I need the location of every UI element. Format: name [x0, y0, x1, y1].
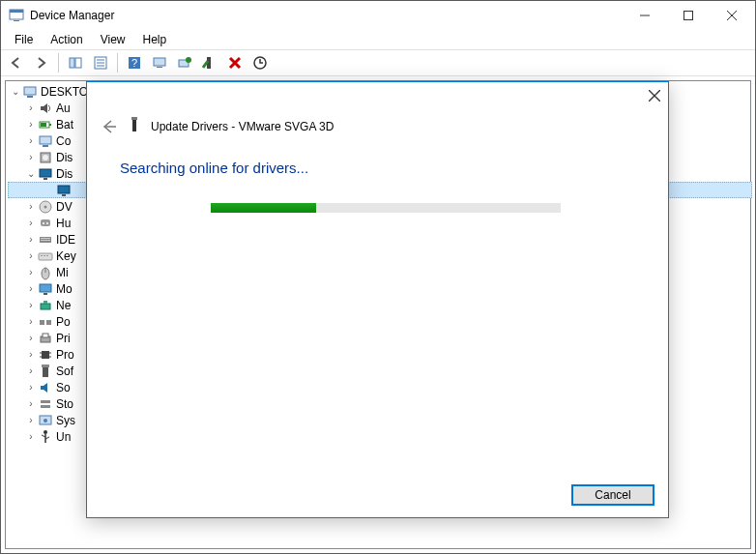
svg-point-40	[46, 222, 48, 224]
help-button[interactable]: ?	[123, 51, 146, 74]
menu-action[interactable]: Action	[43, 31, 90, 48]
enable-device-button[interactable]	[198, 51, 221, 74]
progress-fill	[211, 203, 316, 213]
menu-file[interactable]: File	[7, 31, 41, 48]
menu-help[interactable]: Help	[135, 31, 175, 48]
svg-rect-42	[41, 238, 50, 239]
tree-item-label: Hu	[56, 217, 71, 230]
tree-item-label: Pri	[56, 332, 71, 345]
tree-twisty[interactable]: ›	[25, 300, 37, 310]
printq-icon	[38, 331, 53, 346]
svg-rect-15	[154, 58, 165, 66]
toolbar: ?	[1, 49, 755, 76]
menubar: File Action View Help	[1, 30, 755, 49]
tree-twisty[interactable]: ›	[25, 152, 37, 162]
properties-button[interactable]	[89, 51, 112, 74]
svg-rect-4	[683, 11, 692, 19]
uninstall-device-button[interactable]	[223, 51, 247, 74]
tree-item-label: Pro	[56, 348, 74, 362]
svg-rect-46	[44, 255, 45, 256]
close-button[interactable]	[710, 1, 753, 29]
tree-twisty[interactable]: ›	[25, 415, 37, 425]
svg-text:?: ?	[131, 57, 137, 69]
system-icon	[38, 413, 53, 428]
svg-rect-23	[24, 87, 36, 95]
scan-hardware-button[interactable]	[248, 51, 272, 74]
svg-point-37	[44, 205, 47, 208]
hid-icon	[38, 216, 53, 231]
svg-rect-26	[49, 124, 51, 126]
tree-item-label: Dis	[56, 167, 73, 181]
network-icon	[38, 298, 53, 313]
tree-twisty[interactable]: ›	[25, 316, 37, 327]
tree-twisty[interactable]: ›	[25, 250, 37, 261]
cancel-button[interactable]: Cancel	[571, 484, 654, 506]
tree-twisty[interactable]: ›	[25, 119, 37, 130]
minimize-button[interactable]	[623, 1, 666, 29]
dvd-icon	[38, 199, 53, 215]
svg-point-31	[43, 155, 48, 160]
tree-twisty[interactable]: ›	[25, 398, 37, 409]
dialog-device-icon	[128, 117, 143, 136]
ide-icon	[38, 232, 53, 248]
tree-item-label: Mo	[56, 282, 73, 296]
computer-icon	[22, 84, 38, 100]
svg-rect-47	[46, 255, 48, 256]
tree-item-label: Co	[56, 134, 71, 148]
menu-view[interactable]: View	[93, 31, 133, 48]
back-button[interactable]	[5, 51, 28, 74]
computer-icon	[38, 133, 53, 149]
tree-twisty[interactable]: ›	[25, 333, 37, 343]
svg-rect-58	[42, 351, 49, 359]
tree-item-label: Ne	[56, 299, 71, 312]
keyboard-icon	[38, 248, 53, 264]
update-driver-button[interactable]	[173, 51, 196, 74]
tree-root-label: DESKTO	[41, 85, 88, 99]
processor-icon	[38, 347, 53, 363]
tree-twisty[interactable]: ⌄	[25, 168, 37, 179]
tree-twisty[interactable]: ›	[25, 365, 37, 376]
display-icon	[38, 166, 53, 182]
tree-twisty[interactable]: ›	[25, 201, 37, 212]
tree-twisty[interactable]: ›	[25, 382, 37, 393]
svg-rect-16	[157, 67, 162, 68]
tree-item-label: Po	[56, 315, 71, 329]
show-hide-tree-button[interactable]	[64, 51, 87, 74]
svg-rect-57	[43, 334, 48, 337]
titlebar: Device Manager	[1, 1, 755, 30]
svg-rect-7	[70, 58, 74, 68]
svg-rect-66	[41, 405, 50, 408]
tree-twisty[interactable]: ›	[25, 102, 37, 113]
tree-twisty[interactable]: ›	[25, 431, 37, 442]
tree-twisty[interactable]: ›	[25, 218, 37, 228]
tree-twisty[interactable]: ›	[25, 234, 37, 245]
maximize-button[interactable]	[666, 1, 710, 29]
tree-twisty[interactable]: ›	[25, 283, 37, 294]
dialog-close-icon[interactable]	[649, 88, 660, 105]
svg-rect-24	[27, 96, 33, 98]
audio-icon	[38, 101, 53, 116]
svg-rect-43	[41, 240, 50, 241]
tree-twisty[interactable]: ›	[25, 135, 37, 146]
tree-twisty[interactable]: ›	[25, 267, 37, 277]
tree-item-label: Sof	[56, 364, 73, 378]
ports-icon	[38, 314, 53, 330]
svg-point-39	[43, 222, 44, 224]
tree-item-label: So	[56, 381, 71, 394]
svg-rect-54	[40, 320, 44, 325]
tree-item-label: DV	[56, 200, 73, 214]
toolbar-icon-5[interactable]	[148, 51, 171, 74]
svg-point-18	[186, 57, 191, 63]
svg-point-69	[44, 430, 47, 434]
usb-icon	[38, 429, 53, 445]
dialog-headline: Searching online for drivers...	[120, 160, 635, 176]
svg-rect-53	[44, 301, 47, 304]
window-title: Device Manager	[30, 9, 623, 22]
tree-twisty[interactable]: ›	[25, 349, 37, 360]
svg-rect-27	[41, 123, 46, 127]
forward-button[interactable]	[30, 51, 53, 74]
dialog-back-button[interactable]	[95, 115, 122, 138]
app-icon	[9, 8, 24, 23]
monitor-icon	[38, 281, 53, 297]
svg-rect-52	[41, 304, 50, 309]
